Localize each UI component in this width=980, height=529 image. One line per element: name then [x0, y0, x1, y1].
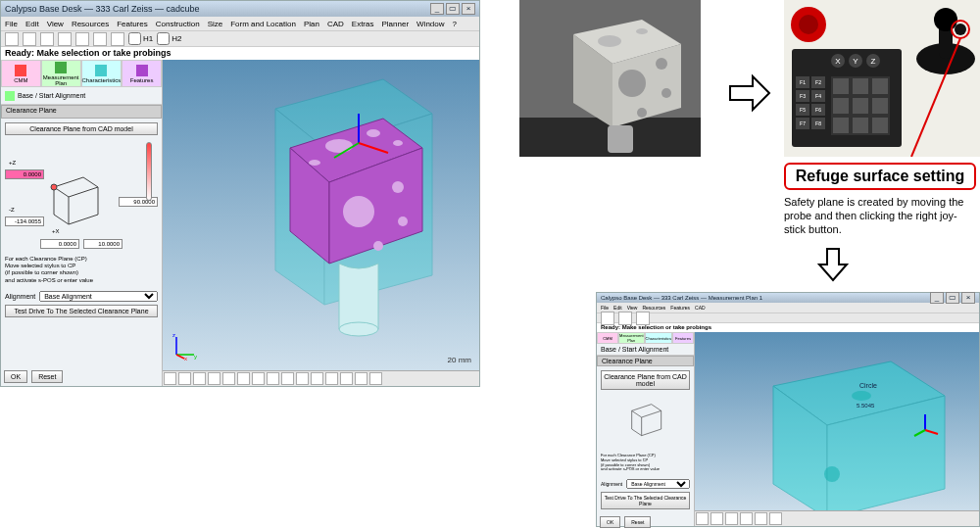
checkbox-h2[interactable]: H2	[157, 32, 181, 45]
view-tool-icon[interactable]	[281, 372, 294, 385]
view-tool-icon[interactable]	[369, 372, 382, 385]
view-tool-icon[interactable]	[311, 372, 323, 385]
menu-view[interactable]: View	[47, 20, 64, 28]
z-value-field[interactable]: 0.0000	[5, 169, 44, 179]
view-tool-icon[interactable]	[769, 512, 782, 525]
menu-features[interactable]: Features	[117, 20, 148, 28]
toolbar-icon[interactable]	[40, 32, 54, 46]
view-tool-icon[interactable]	[193, 372, 206, 385]
close-button[interactable]: ×	[462, 3, 475, 15]
view-tool-icon[interactable]	[710, 512, 723, 525]
menu-file[interactable]: File	[5, 20, 18, 28]
menu-planner[interactable]: Planner	[381, 20, 409, 28]
tab-cmm[interactable]: CMM	[597, 332, 618, 344]
refuge-surface-label: Refuge surface setting	[784, 163, 976, 190]
toolbar-icon[interactable]	[111, 32, 124, 46]
menu-item[interactable]: Features	[670, 305, 690, 311]
3d-viewport[interactable]: Circle 5.5045	[695, 332, 979, 526]
view-tool-icon[interactable]	[740, 512, 753, 525]
maximize-button[interactable]: ▭	[946, 292, 959, 304]
tab-measurement-plan[interactable]: Measurement Plan	[618, 332, 644, 344]
reset-button[interactable]: Reset	[624, 516, 651, 528]
view-tool-icon[interactable]	[725, 512, 738, 525]
menu-help[interactable]: ?	[453, 20, 457, 28]
maximize-button[interactable]: ▭	[446, 3, 460, 15]
view-tool-icon[interactable]	[340, 372, 353, 385]
menu-item[interactable]: File	[601, 305, 609, 311]
ok-button[interactable]: OK	[4, 370, 27, 383]
bottom-value-2[interactable]: 10.0000	[83, 239, 122, 249]
view-tool-icon[interactable]	[208, 372, 220, 385]
menu-size[interactable]: Size	[208, 20, 223, 28]
clearance-plane-header[interactable]: Clearance Plane	[1, 105, 162, 119]
minimize-button[interactable]: _	[430, 3, 444, 15]
toolbar-icon[interactable]	[75, 32, 89, 46]
view-tool-icon[interactable]	[355, 372, 368, 385]
view-tool-icon[interactable]	[267, 372, 279, 385]
view-tool-icon[interactable]	[237, 372, 250, 385]
toolbar-icon[interactable]	[23, 32, 36, 46]
toolbar-icon[interactable]	[601, 312, 614, 325]
svg-rect-58	[833, 98, 849, 114]
tab-features[interactable]: Features	[672, 332, 694, 344]
tab-features[interactable]: Features	[122, 60, 162, 87]
test-drive-button[interactable]: Test Drive To The Selected Clearance Pla…	[5, 305, 158, 317]
app-title: Calypso Base Desk — 333 Carl Zeiss — cad…	[5, 4, 200, 14]
view-tool-icon[interactable]	[222, 372, 235, 385]
reset-button[interactable]: Reset	[31, 370, 63, 383]
menu-item[interactable]: CAD	[695, 305, 706, 311]
tab-characteristics[interactable]: Characteristics	[81, 60, 122, 87]
svg-point-0	[51, 184, 57, 190]
clearance-note: For each Clearance Plane (CP) Move selec…	[5, 256, 158, 284]
toolbar-icon[interactable]	[93, 32, 107, 46]
toolbar-icon[interactable]	[58, 32, 72, 46]
view-tool-icon[interactable]	[296, 372, 309, 385]
view-tool-icon[interactable]	[696, 512, 709, 525]
checkbox-h1[interactable]: H1	[128, 32, 153, 45]
alignment-select[interactable]: Base Alignment	[39, 291, 158, 302]
toolbar-icon[interactable]	[618, 312, 632, 325]
menu-form-location[interactable]: Form and Location	[230, 20, 296, 28]
toolbar-icon[interactable]	[636, 312, 650, 325]
scale-label: 20 mm	[448, 356, 471, 364]
bottom-value-1[interactable]: 0.0000	[40, 239, 79, 249]
close-button[interactable]: ×	[961, 292, 975, 304]
title-bar: Calypso Base Desk — 333 Carl Zeiss — cad…	[1, 1, 479, 17]
clearance-from-cad-button[interactable]: Clearance Plane from CAD model	[601, 370, 690, 390]
tab-cmm[interactable]: CMM	[1, 60, 41, 87]
menu-resources[interactable]: Resources	[72, 20, 109, 28]
3d-viewport[interactable]: z y x 20 mm	[163, 60, 479, 386]
test-drive-button[interactable]: Test Drive To The Selected Clearance Pla…	[601, 492, 690, 509]
menu-window[interactable]: Window	[416, 20, 444, 28]
tab-characteristics[interactable]: Characteristics	[645, 332, 672, 344]
menu-item[interactable]: View	[627, 305, 638, 311]
title-bar: Calypso Base Desk — 333 Carl Zeiss — Mea…	[597, 293, 979, 303]
view-tool-icon[interactable]	[252, 372, 265, 385]
menu-item[interactable]: Edit	[613, 305, 622, 311]
clearance-plane-header[interactable]: Clearance Plane	[597, 356, 694, 366]
left-panel: CMM Measurement Plan Characteristics Fea…	[1, 60, 163, 386]
svg-line-76	[914, 430, 925, 436]
ok-button[interactable]: OK	[600, 516, 620, 528]
menu-extras[interactable]: Extras	[352, 20, 374, 28]
view-tool-icon[interactable]	[164, 372, 176, 385]
menu-plan[interactable]: Plan	[304, 20, 319, 28]
view-tool-icon[interactable]	[178, 372, 191, 385]
tab-measurement-plan[interactable]: Measurement Plan	[41, 60, 81, 87]
minimize-button[interactable]: _	[930, 292, 944, 304]
base-alignment-row[interactable]: Base / Start Alignment	[597, 344, 694, 356]
view-tool-icon[interactable]	[325, 372, 338, 385]
toolbar-icon[interactable]	[5, 32, 19, 46]
right-value[interactable]: 90.0000	[119, 197, 158, 207]
menu-cad[interactable]: CAD	[327, 20, 344, 28]
alignment-select[interactable]: Base Alignment	[626, 479, 690, 489]
menu-item[interactable]: Resources	[642, 305, 665, 311]
base-alignment-row[interactable]: Base / Start Alignment	[1, 87, 162, 105]
minus-z-value[interactable]: -134.0055	[5, 216, 44, 226]
menu-construction[interactable]: Construction	[156, 20, 200, 28]
app-title: Calypso Base Desk — 333 Carl Zeiss — Mea…	[601, 295, 762, 301]
view-tool-icon[interactable]	[755, 512, 767, 525]
clearance-from-cad-button[interactable]: Clearance Plane from CAD model	[5, 122, 158, 135]
svg-rect-56	[853, 78, 868, 94]
menu-edit[interactable]: Edit	[25, 20, 39, 28]
